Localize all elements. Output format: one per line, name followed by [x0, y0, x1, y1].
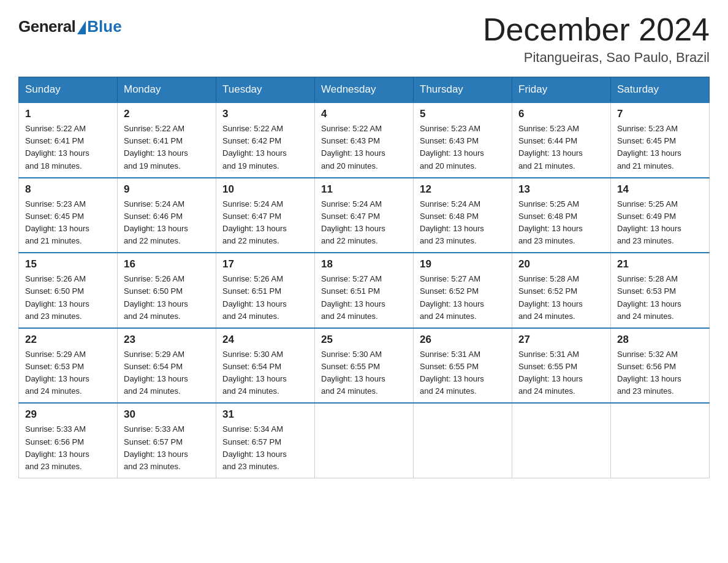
- day-info: Sunrise: 5:30 AMSunset: 6:55 PMDaylight:…: [321, 348, 407, 398]
- day-info: Sunrise: 5:29 AMSunset: 6:54 PMDaylight:…: [124, 348, 210, 398]
- page-header: General Blue December 2024 Pitangueiras,…: [18, 12, 710, 66]
- day-number: 25: [321, 334, 407, 346]
- day-info: Sunrise: 5:23 AMSunset: 6:45 PMDaylight:…: [617, 123, 703, 172]
- day-info: Sunrise: 5:30 AMSunset: 6:54 PMDaylight:…: [222, 348, 308, 398]
- calendar-cell: 26Sunrise: 5:31 AMSunset: 6:55 PMDayligh…: [414, 328, 512, 404]
- calendar-header-row: SundayMondayTuesdayWednesdayThursdayFrid…: [19, 77, 710, 103]
- day-info: Sunrise: 5:29 AMSunset: 6:53 PMDaylight:…: [25, 348, 111, 398]
- day-number: 29: [25, 408, 111, 421]
- calendar-cell: 27Sunrise: 5:31 AMSunset: 6:55 PMDayligh…: [512, 328, 611, 404]
- calendar-cell: 21Sunrise: 5:28 AMSunset: 6:53 PMDayligh…: [611, 253, 710, 328]
- header-sunday: Sunday: [19, 77, 118, 103]
- day-number: 13: [518, 183, 604, 196]
- calendar-cell: [512, 403, 611, 478]
- calendar-cell: 5Sunrise: 5:23 AMSunset: 6:43 PMDaylight…: [414, 102, 512, 178]
- day-number: 24: [222, 334, 308, 346]
- header-wednesday: Wednesday: [315, 77, 414, 103]
- week-row-2: 8Sunrise: 5:23 AMSunset: 6:45 PMDaylight…: [19, 178, 710, 253]
- calendar-cell: 28Sunrise: 5:32 AMSunset: 6:56 PMDayligh…: [611, 328, 710, 404]
- day-info: Sunrise: 5:32 AMSunset: 6:56 PMDaylight:…: [617, 348, 703, 398]
- day-number: 18: [321, 258, 407, 270]
- header-tuesday: Tuesday: [216, 77, 315, 103]
- day-number: 21: [617, 258, 703, 270]
- calendar-cell: 22Sunrise: 5:29 AMSunset: 6:53 PMDayligh…: [19, 328, 118, 404]
- day-info: Sunrise: 5:22 AMSunset: 6:41 PMDaylight:…: [124, 123, 210, 172]
- day-number: 16: [124, 258, 210, 270]
- calendar-cell: 6Sunrise: 5:23 AMSunset: 6:44 PMDaylight…: [512, 102, 611, 178]
- header-friday: Friday: [512, 77, 611, 103]
- day-info: Sunrise: 5:28 AMSunset: 6:53 PMDaylight:…: [617, 273, 703, 323]
- day-info: Sunrise: 5:22 AMSunset: 6:41 PMDaylight:…: [25, 123, 111, 172]
- calendar-cell: 23Sunrise: 5:29 AMSunset: 6:54 PMDayligh…: [118, 328, 216, 404]
- calendar-cell: 25Sunrise: 5:30 AMSunset: 6:55 PMDayligh…: [315, 328, 414, 404]
- calendar-cell: [315, 403, 414, 478]
- day-info: Sunrise: 5:24 AMSunset: 6:47 PMDaylight:…: [321, 198, 407, 248]
- calendar-cell: 31Sunrise: 5:34 AMSunset: 6:57 PMDayligh…: [216, 403, 315, 478]
- day-number: 15: [25, 258, 111, 270]
- calendar-cell: [414, 403, 512, 478]
- day-number: 19: [420, 258, 506, 270]
- calendar-cell: 15Sunrise: 5:26 AMSunset: 6:50 PMDayligh…: [19, 253, 118, 328]
- day-number: 10: [222, 183, 308, 196]
- calendar-cell: 11Sunrise: 5:24 AMSunset: 6:47 PMDayligh…: [315, 178, 414, 253]
- logo: General Blue: [18, 17, 122, 36]
- calendar-cell: 16Sunrise: 5:26 AMSunset: 6:50 PMDayligh…: [118, 253, 216, 328]
- day-number: 31: [222, 408, 308, 421]
- day-info: Sunrise: 5:33 AMSunset: 6:56 PMDaylight:…: [25, 423, 111, 473]
- week-row-3: 15Sunrise: 5:26 AMSunset: 6:50 PMDayligh…: [19, 253, 710, 328]
- day-number: 30: [124, 408, 210, 421]
- day-number: 17: [222, 258, 308, 270]
- day-info: Sunrise: 5:25 AMSunset: 6:48 PMDaylight:…: [518, 198, 604, 248]
- day-info: Sunrise: 5:33 AMSunset: 6:57 PMDaylight:…: [124, 423, 210, 473]
- day-info: Sunrise: 5:27 AMSunset: 6:51 PMDaylight:…: [321, 273, 407, 323]
- calendar-cell: 13Sunrise: 5:25 AMSunset: 6:48 PMDayligh…: [512, 178, 611, 253]
- week-row-1: 1Sunrise: 5:22 AMSunset: 6:41 PMDaylight…: [19, 102, 710, 178]
- calendar-cell: 8Sunrise: 5:23 AMSunset: 6:45 PMDaylight…: [19, 178, 118, 253]
- day-number: 9: [124, 183, 210, 196]
- calendar-cell: 7Sunrise: 5:23 AMSunset: 6:45 PMDaylight…: [611, 102, 710, 178]
- day-number: 11: [321, 183, 407, 196]
- header-thursday: Thursday: [414, 77, 512, 103]
- day-info: Sunrise: 5:25 AMSunset: 6:49 PMDaylight:…: [617, 198, 703, 248]
- header-saturday: Saturday: [611, 77, 710, 103]
- logo-triangle-icon: [77, 21, 86, 34]
- day-info: Sunrise: 5:31 AMSunset: 6:55 PMDaylight:…: [420, 348, 506, 398]
- day-info: Sunrise: 5:26 AMSunset: 6:50 PMDaylight:…: [124, 273, 210, 323]
- day-number: 12: [420, 183, 506, 196]
- day-number: 22: [25, 334, 111, 346]
- day-number: 14: [617, 183, 703, 196]
- header-monday: Monday: [118, 77, 216, 103]
- calendar-cell: 20Sunrise: 5:28 AMSunset: 6:52 PMDayligh…: [512, 253, 611, 328]
- day-info: Sunrise: 5:23 AMSunset: 6:44 PMDaylight:…: [518, 123, 604, 172]
- day-info: Sunrise: 5:22 AMSunset: 6:43 PMDaylight:…: [321, 123, 407, 172]
- day-info: Sunrise: 5:23 AMSunset: 6:43 PMDaylight:…: [420, 123, 506, 172]
- day-number: 7: [617, 108, 703, 120]
- calendar-cell: [611, 403, 710, 478]
- day-number: 28: [617, 334, 703, 346]
- day-number: 8: [25, 183, 111, 196]
- day-info: Sunrise: 5:23 AMSunset: 6:45 PMDaylight:…: [25, 198, 111, 248]
- title-area: December 2024 Pitangueiras, Sao Paulo, B…: [483, 12, 710, 66]
- day-info: Sunrise: 5:28 AMSunset: 6:52 PMDaylight:…: [518, 273, 604, 323]
- day-number: 23: [124, 334, 210, 346]
- calendar-cell: 17Sunrise: 5:26 AMSunset: 6:51 PMDayligh…: [216, 253, 315, 328]
- week-row-5: 29Sunrise: 5:33 AMSunset: 6:56 PMDayligh…: [19, 403, 710, 478]
- logo-blue-text: Blue: [87, 17, 121, 36]
- day-number: 1: [25, 108, 111, 120]
- day-number: 2: [124, 108, 210, 120]
- day-info: Sunrise: 5:34 AMSunset: 6:57 PMDaylight:…: [222, 423, 308, 473]
- calendar-cell: 29Sunrise: 5:33 AMSunset: 6:56 PMDayligh…: [19, 403, 118, 478]
- day-number: 6: [518, 108, 604, 120]
- calendar-cell: 19Sunrise: 5:27 AMSunset: 6:52 PMDayligh…: [414, 253, 512, 328]
- calendar-cell: 30Sunrise: 5:33 AMSunset: 6:57 PMDayligh…: [118, 403, 216, 478]
- day-info: Sunrise: 5:24 AMSunset: 6:46 PMDaylight:…: [124, 198, 210, 248]
- day-info: Sunrise: 5:26 AMSunset: 6:51 PMDaylight:…: [222, 273, 308, 323]
- week-row-4: 22Sunrise: 5:29 AMSunset: 6:53 PMDayligh…: [19, 328, 710, 404]
- calendar-cell: 3Sunrise: 5:22 AMSunset: 6:42 PMDaylight…: [216, 102, 315, 178]
- calendar-cell: 9Sunrise: 5:24 AMSunset: 6:46 PMDaylight…: [118, 178, 216, 253]
- month-title: December 2024: [483, 12, 710, 47]
- calendar-cell: 14Sunrise: 5:25 AMSunset: 6:49 PMDayligh…: [611, 178, 710, 253]
- calendar-cell: 18Sunrise: 5:27 AMSunset: 6:51 PMDayligh…: [315, 253, 414, 328]
- calendar-cell: 10Sunrise: 5:24 AMSunset: 6:47 PMDayligh…: [216, 178, 315, 253]
- calendar-table: SundayMondayTuesdayWednesdayThursdayFrid…: [18, 77, 710, 478]
